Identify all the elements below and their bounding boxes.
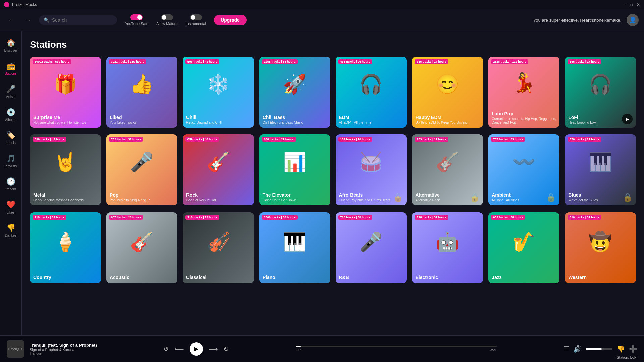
sidebar-item-discover[interactable]: 🏠 Discover [0, 35, 21, 56]
station-badge-jazz: 669 tracks | 38 hours [491, 215, 525, 220]
dislike-button[interactable]: 👎 [616, 345, 625, 353]
station-card-acoustic[interactable]: 667 tracks | 28 hours 🎸 Acoustic [106, 212, 177, 283]
station-badge-ambient: 767 tracks | 43 hours [491, 137, 525, 142]
player-station: Tranquil [30, 352, 97, 355]
playlists-icon: 🎵 [6, 154, 15, 163]
sidebar-item-playlists[interactable]: 🎵 Playlists [0, 151, 21, 171]
station-desc-edm: All EDM - All the Time [339, 121, 404, 124]
station-name-happy-edm: Happy EDM [415, 115, 480, 120]
station-badge-edm: 463 tracks | 26 hours [338, 59, 372, 64]
station-card-electronic[interactable]: 718 tracks | 37 hours 🤖 Electronic [412, 212, 483, 283]
station-card-piano[interactable]: 1306 tracks | 58 hours 🎹 Piano [259, 212, 330, 283]
lock-icon-ambient: 🔒 [546, 193, 556, 202]
station-card-chill[interactable]: 596 tracks | 41 hours ❄️ Chill Relax, Un… [183, 57, 254, 128]
sidebar-item-stations[interactable]: 📻 Stations [0, 58, 21, 79]
allow-mature-toggle-item: Allow Mature [156, 14, 178, 26]
allow-mature-toggle[interactable] [161, 14, 173, 20]
station-card-jazz[interactable]: 669 tracks | 38 hours 🎷 Jazz [488, 212, 559, 283]
previous-button[interactable]: ⟵ [174, 345, 184, 353]
station-card-rnb[interactable]: 718 tracks | 38 hours 🎤 R&B [336, 212, 407, 283]
station-card-classical[interactable]: 218 tracks | 12 hours 🎻 Classical [183, 212, 254, 283]
stations-row-2: 696 tracks | 42 hours 🤘 Metal Head-Bangi… [30, 134, 636, 205]
search-input[interactable] [52, 17, 112, 23]
queue-button[interactable]: ☰ [563, 345, 569, 353]
sidebar-item-dislikes[interactable]: 👎 Dislikes [0, 220, 21, 241]
station-name-western: Western [568, 275, 633, 280]
content-area: Stations 10002 tracks | 569 hours 🎁 Surp… [22, 31, 644, 335]
search-box: 🔍 [39, 15, 117, 25]
albums-icon: 💿 [6, 108, 15, 117]
station-card-edm[interactable]: 463 tracks | 26 hours 🎧 EDM All EDM - Al… [336, 57, 407, 128]
station-card-chill-bass[interactable]: 1258 tracks | 83 hours 🚀 Chill Bass Chil… [259, 57, 330, 128]
sidebar-label-albums: Albums [5, 118, 16, 122]
station-card-pop[interactable]: 732 tracks | 37 hours 🎤 Pop Pop Music to… [106, 134, 177, 205]
station-badge-classical: 218 tracks | 12 hours [185, 215, 219, 220]
maximize-btn[interactable]: □ [630, 2, 633, 7]
station-desc-happy-edm: Uplifting EDM To Keep You Smiling [415, 121, 480, 124]
station-card-liked[interactable]: 3021 tracks | 139 hours 👍 Liked Your Lik… [106, 57, 177, 128]
station-card-latin-pop[interactable]: 2828 tracks | 112 hours 💃 Latin Pop Curr… [488, 57, 559, 128]
sidebar-label-stations: Stations [5, 72, 17, 75]
station-name-chill-bass: Chill Bass [263, 115, 327, 120]
station-card-afro-beats[interactable]: 182 tracks | 10 hours 🥁 🔒 Afro Beats Dri… [336, 134, 407, 205]
station-card-lofi[interactable]: 355 tracks | 17 hours 🎧 ▶ LoFi Head bopp… [565, 57, 636, 128]
station-badge-blues: 570 tracks | 27 hours [568, 137, 601, 142]
stations-row-3: 910 tracks | 81 hours 🍦 Country 667 trac… [30, 212, 636, 283]
station-badge-chill-bass: 1258 tracks | 83 hours [262, 59, 298, 64]
lock-icon-blues: 🔒 [623, 193, 633, 202]
sidebar-label-discover: Discover [4, 49, 17, 52]
station-name-country: Country [33, 275, 98, 280]
station-card-country[interactable]: 910 tracks | 81 hours 🍦 Country [30, 212, 101, 283]
player-artist: Sign of a Prophet & Karuna [30, 348, 97, 352]
station-card-ambient[interactable]: 767 tracks | 43 hours 〰️ 🔒 Ambient All T… [488, 134, 559, 205]
forward-button[interactable]: → [22, 15, 34, 25]
sidebar-item-albums[interactable]: 💿 Albums [0, 105, 21, 125]
youtube-safe-toggle[interactable] [130, 14, 143, 20]
lock-icon-alternative: 🔒 [470, 193, 480, 202]
station-card-blues[interactable]: 570 tracks | 27 hours 🎹 🔒 Blues We've go… [565, 134, 636, 205]
station-badge-lofi: 355 tracks | 17 hours [568, 59, 601, 64]
app-icon [4, 2, 9, 7]
station-card-happy-edm[interactable]: 355 tracks | 17 hours 😊 Happy EDM Uplift… [412, 57, 483, 128]
station-badge-alternative: 203 tracks | 11 hours [415, 137, 448, 142]
avatar[interactable]: 👤 [627, 14, 639, 26]
likes-icon: ❤️ [6, 200, 15, 209]
station-card-elevator[interactable]: 638 tracks | 29 hours 📊 The Elevator Goi… [259, 134, 330, 205]
station-card-surprise-me[interactable]: 10002 tracks | 569 hours 🎁 Surprise Me N… [30, 57, 101, 128]
youtube-safe-toggle-item: YouTube Safe [125, 14, 148, 26]
next-button[interactable]: ⟶ [208, 345, 218, 353]
sidebar-item-likes[interactable]: ❤️ Likes [0, 197, 21, 218]
volume-slider[interactable] [586, 348, 612, 350]
station-card-metal[interactable]: 696 tracks | 42 hours 🤘 Metal Head-Bangi… [30, 134, 101, 205]
play-overlay-lofi[interactable]: ▶ [622, 114, 633, 124]
instrumental-toggle[interactable] [190, 14, 202, 20]
progress-bar-container[interactable] [296, 346, 497, 347]
sidebar-item-artists[interactable]: 🎤 Artists [0, 81, 21, 102]
add-to-playlist-button[interactable]: ➕ [629, 345, 637, 353]
station-badge-elevator: 638 tracks | 29 hours [262, 137, 296, 142]
discover-icon: 🏠 [6, 39, 15, 47]
shuffle-button[interactable]: ↻ [223, 345, 229, 353]
close-btn[interactable]: ✕ [637, 2, 640, 7]
station-card-rock[interactable]: 659 tracks | 40 hours 🎸 Rock Good ol Roc… [183, 134, 254, 205]
station-badge-acoustic: 667 tracks | 28 hours [109, 215, 143, 220]
station-card-western[interactable]: 610 tracks | 32 hours 🤠 Western [565, 212, 636, 283]
station-badge-rock: 659 tracks | 40 hours [185, 137, 219, 142]
back-button[interactable]: ← [5, 15, 17, 25]
minimize-btn[interactable]: ─ [623, 2, 626, 7]
play-button[interactable]: ▶ [190, 342, 203, 356]
volume-icon-button[interactable]: 🔊 [573, 345, 582, 353]
station-badge-afro-beats: 182 tracks | 10 hours [338, 137, 372, 142]
progress-bar-fill [296, 346, 301, 347]
sidebar-item-labels[interactable]: 🏷️ Labels [0, 128, 21, 148]
sidebar-item-recent[interactable]: 🕐 Recent [0, 174, 21, 194]
station-card-alternative[interactable]: 203 tracks | 11 hours 🎸 🔒 Alternative Al… [412, 134, 483, 205]
loop-button[interactable]: ↺ [163, 345, 169, 353]
station-badge-western: 610 tracks | 32 hours [568, 215, 601, 220]
station-desc-metal: Head-Banging Moshpit Goodness [33, 198, 98, 202]
instrumental-toggle-item: Instrumental [186, 14, 206, 26]
station-badge-liked: 3021 tracks | 139 hours [109, 59, 146, 64]
station-badge-electronic: 718 tracks | 37 hours [415, 215, 448, 220]
station-badge-chill: 596 tracks | 41 hours [185, 59, 219, 64]
upgrade-button[interactable]: Upgrade [214, 15, 247, 25]
